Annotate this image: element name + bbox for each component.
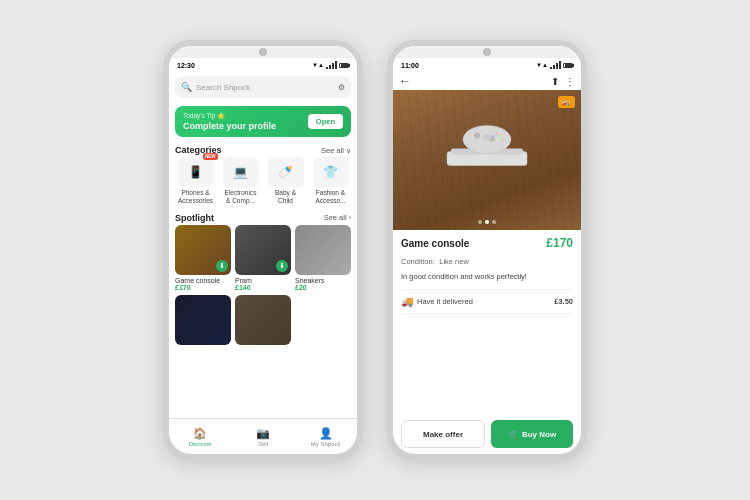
- second-row: [169, 295, 357, 349]
- ps4-image-container: [393, 90, 581, 230]
- tip-title: Complete your profile: [183, 121, 276, 131]
- nav-myshpock[interactable]: 👤 My Shpock: [294, 427, 357, 447]
- delivery-icon: 🚚: [401, 296, 413, 307]
- search-bar[interactable]: 🔍 Search Shpock ⚙: [175, 76, 351, 98]
- console-price: £170: [175, 284, 231, 291]
- phone1-content: 🔍 Search Shpock ⚙ Today's Tip ⭐ Complete…: [169, 72, 357, 418]
- new-badge: NEW: [203, 153, 218, 160]
- camera-icon: 📷: [256, 427, 270, 440]
- back-icon[interactable]: ←: [399, 74, 411, 88]
- cart-icon: 🛒: [508, 430, 518, 439]
- tip-content: Today's Tip ⭐ Complete your profile: [183, 112, 276, 131]
- status-time: 12:30: [177, 62, 195, 69]
- status-bar-2: 11:00 ▼▲: [393, 58, 581, 72]
- filter-icon[interactable]: ⚙: [338, 83, 345, 92]
- product-name: Game console: [401, 238, 469, 249]
- save-icon: ⬇: [216, 260, 228, 272]
- divider-2: [401, 313, 573, 314]
- category-fashion[interactable]: 👕 Fashion &Accesso...: [310, 157, 351, 205]
- phone-2: 11:00 ▼▲ ← ⬆ ⋮: [387, 40, 587, 460]
- pram-image: ⬇: [235, 225, 291, 275]
- product-image: 🚚: [393, 90, 581, 230]
- product-condition-row: Condition: Like new: [401, 250, 573, 268]
- search-placeholder: Search Shpock: [196, 83, 334, 92]
- signal-icon: [326, 61, 337, 69]
- fashion-label: Fashion &Accesso...: [316, 189, 346, 205]
- share-icon[interactable]: ⬆: [551, 76, 559, 87]
- spotlight-bag[interactable]: [235, 295, 291, 345]
- status-icons: ▼▲: [312, 61, 349, 69]
- header-icons: ⬆ ⋮: [551, 76, 575, 87]
- console-image: ⬇: [175, 225, 231, 275]
- pram-price: £140: [235, 284, 291, 291]
- bottom-nav: 🏠 Discover 📷 Sell 👤 My Shpock: [169, 418, 357, 454]
- open-button[interactable]: Open: [308, 114, 343, 129]
- spotlight-sneakers[interactable]: Sneakers £20: [295, 225, 351, 291]
- baby-icon-box: 🍼: [268, 157, 304, 187]
- more-icon[interactable]: ⋮: [565, 76, 575, 87]
- spotlight-phone[interactable]: [175, 295, 231, 345]
- svg-point-3: [474, 133, 480, 139]
- phones-label: Phones &Accessories: [178, 189, 213, 205]
- spotlight-pram[interactable]: ⬇ Pram £140: [235, 225, 291, 291]
- delivery-price: £3.50: [554, 297, 573, 306]
- categories-see-all[interactable]: See all ∨: [321, 146, 351, 155]
- delivery-left: 🚚 Have it delivered: [401, 296, 473, 307]
- shirt-icon: 👕: [323, 165, 338, 179]
- phone-icon: 📱: [188, 165, 203, 179]
- spotlight-console[interactable]: ⬇ Game console £170: [175, 225, 231, 291]
- save-icon-2: ⬇: [276, 260, 288, 272]
- product-price: £170: [546, 236, 573, 250]
- discover-label: Discover: [189, 441, 212, 447]
- chevron-right-icon: ›: [349, 214, 351, 221]
- spotlight-title: Spotlight: [175, 213, 214, 223]
- person-icon: 👤: [319, 427, 333, 440]
- dot-2[interactable]: [485, 220, 489, 224]
- pram-label: Pram: [235, 277, 291, 284]
- delivery-tag: 🚚: [558, 96, 575, 108]
- svg-point-7: [493, 135, 496, 138]
- tip-label: Today's Tip ⭐: [183, 112, 276, 120]
- console-label: Game console: [175, 277, 231, 284]
- sneakers-label: Sneakers: [295, 277, 351, 284]
- svg-point-5: [496, 132, 499, 135]
- spotlight-header: Spotlight See all ›: [169, 209, 357, 225]
- front-camera: [259, 48, 267, 56]
- wifi-icon-2: ▼▲: [536, 62, 548, 68]
- phones-icon-box: 📱 NEW: [178, 157, 214, 187]
- front-camera-2: [483, 48, 491, 56]
- console-svg: [437, 122, 537, 192]
- battery-icon-2: [563, 63, 573, 68]
- category-phones[interactable]: 📱 NEW Phones &Accessories: [175, 157, 216, 205]
- search-icon: 🔍: [181, 82, 192, 92]
- phone2-content: ← ⬆ ⋮: [393, 72, 581, 454]
- make-offer-button[interactable]: Make offer: [401, 420, 485, 448]
- spotlight-see-all[interactable]: See all ›: [324, 213, 351, 222]
- phone-notch-2: [393, 46, 581, 58]
- dot-1: [478, 220, 482, 224]
- nav-sell[interactable]: 📷 Sell: [232, 427, 295, 447]
- myshpock-label: My Shpock: [311, 441, 341, 447]
- nav-discover[interactable]: 🏠 Discover: [169, 427, 232, 447]
- status-time-2: 11:00: [401, 62, 419, 69]
- phone-image: [175, 295, 231, 345]
- delivery-row: 🚚 Have it delivered £3.50: [401, 296, 573, 307]
- spotlight-row: ⬇ Game console £170 ⬇ Pram £140 Sneakers…: [169, 225, 357, 295]
- baby-icon: 🍼: [278, 165, 293, 179]
- chevron-down-icon: ∨: [346, 147, 351, 154]
- buy-now-button[interactable]: 🛒 Buy Now: [491, 420, 573, 448]
- svg-point-6: [499, 135, 502, 138]
- wifi-icon: ▼▲: [312, 62, 324, 68]
- product-header: ← ⬆ ⋮: [393, 72, 581, 90]
- bag-image: [235, 295, 291, 345]
- electronics-icon-box: 💻: [223, 157, 259, 187]
- product-description: In good condition and works perfectly!: [401, 272, 573, 283]
- condition-label: Condition:: [401, 257, 435, 266]
- sell-label: Sell: [258, 441, 268, 447]
- signal-icon-2: [550, 61, 561, 69]
- electronics-label: Electronics& Comp...: [225, 189, 257, 205]
- product-name-row: Game console £170: [401, 236, 573, 250]
- category-electronics[interactable]: 💻 Electronics& Comp...: [220, 157, 261, 205]
- battery-icon: [339, 63, 349, 68]
- category-baby[interactable]: 🍼 Baby &Child: [265, 157, 306, 205]
